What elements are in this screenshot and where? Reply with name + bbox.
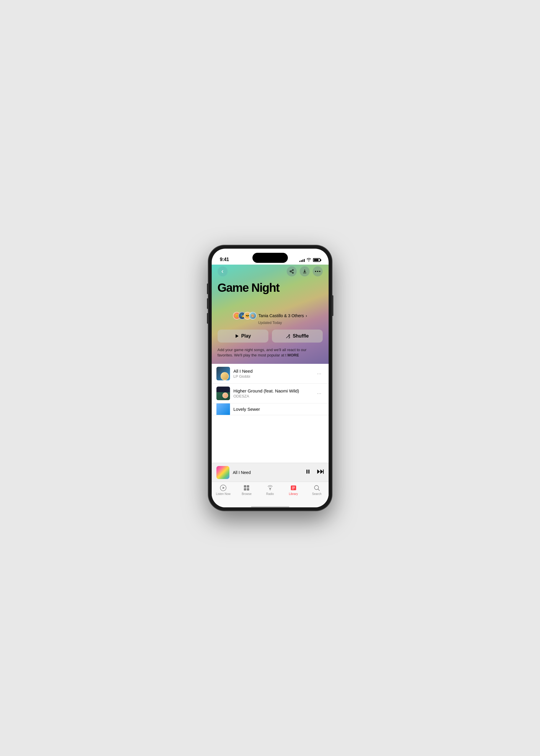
tab-library-label: Library (289, 492, 298, 496)
listen-now-icon (220, 484, 227, 491)
tab-radio-label: Radio (266, 492, 274, 496)
tab-listen-now[interactable]: Listen Now (212, 484, 235, 496)
tab-bar: Listen Now Browse (212, 482, 329, 506)
mini-player-artwork (216, 466, 229, 479)
tab-listen-now-label: Listen Now (216, 492, 230, 496)
svg-marker-14 (320, 470, 323, 474)
svg-rect-15 (323, 470, 324, 474)
avatar-4: 🎨 (249, 312, 257, 320)
svg-point-6 (317, 271, 318, 272)
shuffle-label: Shuffle (293, 333, 309, 339)
svg-rect-26 (292, 489, 294, 489)
tab-browse-label: Browse (242, 492, 252, 496)
home-indicator (212, 506, 329, 507)
forward-button[interactable] (317, 469, 324, 476)
svg-marker-13 (317, 470, 320, 474)
wifi-icon (307, 258, 311, 262)
download-button[interactable] (300, 266, 310, 276)
mini-player[interactable]: All I Need (212, 463, 329, 482)
avatar-stack: 😊 🎭 😎 🎨 (233, 312, 257, 320)
signal-bars-icon (299, 258, 305, 262)
track-info-3: Lovely Sewer (233, 407, 324, 412)
svg-line-28 (318, 489, 320, 491)
svg-marker-8 (236, 334, 238, 338)
tab-search[interactable]: Search (305, 484, 328, 496)
track-name-1: All I Need (233, 369, 311, 374)
track-name-2: Higher Ground (feat. Naomi Wild) (233, 388, 311, 393)
svg-rect-24 (292, 487, 295, 487)
track-artwork-1 (216, 367, 230, 380)
nav-bar (217, 265, 323, 281)
playlist-title: Game Night (217, 281, 323, 294)
updated-text: Updated Today (217, 321, 323, 325)
pause-button[interactable] (305, 469, 311, 476)
shuffle-button[interactable]: Shuffle (272, 330, 323, 343)
library-icon (290, 484, 297, 491)
svg-marker-17 (222, 487, 225, 489)
track-artist-1: LP Giobbi (233, 374, 311, 378)
action-buttons: Play Shuffle (217, 330, 323, 343)
contributors-row[interactable]: 😊 🎭 😎 🎨 Tania Castillo & 3 Others › (217, 312, 323, 320)
svg-rect-11 (307, 470, 307, 473)
track-item[interactable]: Higher Ground (feat. Naomi Wild) ODESZA … (212, 383, 329, 403)
mini-player-controls (305, 469, 324, 476)
tab-radio[interactable]: Radio (258, 484, 282, 496)
tab-library[interactable]: Library (282, 484, 305, 496)
radio-icon (266, 484, 274, 491)
svg-rect-19 (247, 485, 249, 488)
track-item[interactable]: Lovely Sewer (212, 403, 329, 415)
svg-line-4 (291, 270, 292, 271)
battery-icon (313, 258, 320, 262)
svg-line-10 (288, 336, 290, 337)
svg-rect-20 (244, 488, 246, 491)
dynamic-island (252, 253, 288, 263)
back-button[interactable] (217, 266, 228, 276)
svg-rect-12 (308, 470, 309, 473)
svg-rect-25 (292, 488, 295, 489)
browse-icon (243, 484, 250, 491)
svg-line-3 (291, 272, 292, 273)
contributors-name: Tania Castillo & 3 Others (258, 313, 304, 318)
track-menu-2[interactable]: ··· (315, 389, 324, 398)
status-icons (299, 258, 320, 262)
tab-browse[interactable]: Browse (235, 484, 258, 496)
track-menu-1[interactable]: ··· (315, 370, 324, 378)
svg-rect-21 (247, 488, 249, 491)
track-info-1: All I Need LP Giobbi (233, 369, 311, 378)
status-time: 9:41 (220, 257, 229, 262)
playlist-description: Add your game night songs, and we'll all… (217, 347, 323, 358)
track-artwork-2 (216, 386, 230, 400)
svg-point-5 (315, 271, 316, 272)
svg-point-7 (319, 271, 320, 272)
share-button[interactable] (287, 266, 297, 276)
nav-right-buttons (287, 266, 323, 276)
more-link[interactable]: MORE (288, 353, 299, 357)
search-icon (313, 484, 320, 491)
track-list: All I Need LP Giobbi ··· Higher Ground (… (212, 364, 329, 463)
more-button[interactable] (313, 266, 323, 276)
track-name-3: Lovely Sewer (233, 407, 324, 412)
play-button[interactable]: Play (217, 330, 268, 343)
track-artist-2: ODESZA (233, 394, 311, 398)
header-area: Game Night 😊 🎭 😎 🎨 Tania Castillo & 3 Ot… (212, 265, 329, 364)
track-info-2: Higher Ground (feat. Naomi Wild) ODESZA (233, 388, 311, 398)
svg-rect-18 (244, 485, 246, 488)
track-item[interactable]: All I Need LP Giobbi ··· (212, 364, 329, 383)
play-label: Play (241, 333, 251, 339)
tab-search-label: Search (312, 492, 322, 496)
track-artwork-3 (216, 403, 230, 415)
contributors-chevron-icon: › (306, 313, 307, 318)
mini-player-title: All I Need (233, 470, 302, 475)
